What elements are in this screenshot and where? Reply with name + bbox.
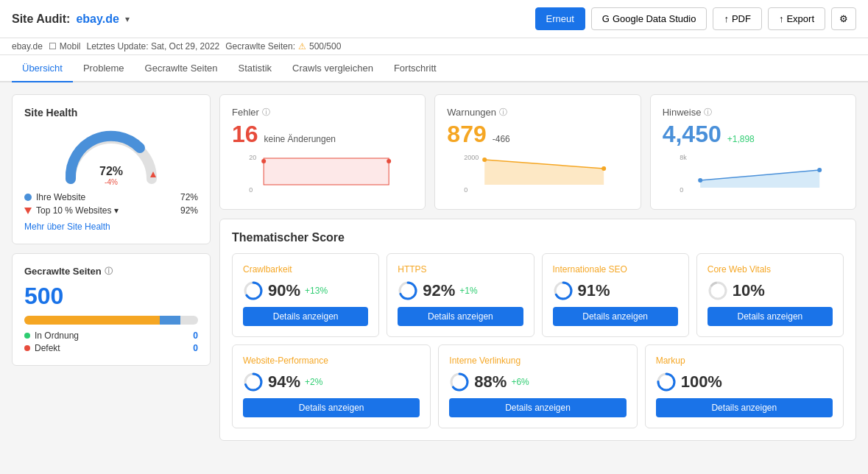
download-icon: ↑ <box>724 13 729 24</box>
svg-marker-10 <box>484 160 604 185</box>
interne-details-btn[interactable]: Details anzeigen <box>449 398 626 417</box>
crawlbarkeit-value-row: 90% +13% <box>243 280 368 301</box>
gecrawlte-card: Gecrawlte Seiten ⓘ 500 In Ordnung 0 <box>12 253 211 366</box>
crawlbarkeit-change: +13% <box>305 286 328 296</box>
update-info: Letztes Update: Sat, Oct 29, 2022 <box>87 41 220 52</box>
red-dot-icon <box>24 345 30 351</box>
tab-ubersicht[interactable]: Übersicht <box>12 55 73 82</box>
top-bar-left: Site Audit: ebay.de ▾ <box>12 13 130 26</box>
interne-value-row: 88% +6% <box>449 372 626 392</box>
https-percent: 92% <box>423 281 455 300</box>
interne-circle-icon <box>449 372 470 392</box>
info-icon: ⓘ <box>105 266 113 277</box>
right-panel: Fehler ⓘ 16 keine Änderungen 20 0 <box>219 94 856 441</box>
settings-button[interactable]: ⚙ <box>831 7 856 30</box>
warning-icon: ⚠ <box>298 41 306 52</box>
core-web-value-row: 10% <box>708 280 833 301</box>
svg-rect-5 <box>264 158 389 185</box>
gauge-legend: Ihre Website 72% Top 10 % Websites ▾ 92% <box>24 192 198 216</box>
hinweise-chart: 8k 0 <box>663 151 844 195</box>
crawlbarkeit-label: Crawlbarkeit <box>243 264 368 275</box>
https-circle-icon <box>398 280 418 301</box>
hinweise-label: Hinweise ⓘ <box>663 107 844 118</box>
legend-website-label: Ihre Website <box>36 192 85 202</box>
svg-point-16 <box>698 178 702 183</box>
https-change: +1% <box>459 286 477 296</box>
core-web-details-btn[interactable]: Details anzeigen <box>708 307 833 326</box>
tab-probleme[interactable]: Probleme <box>73 55 135 82</box>
fehler-value: 16 <box>232 121 258 148</box>
score-title: Thematischer Score <box>232 231 844 244</box>
tab-crawls-vergleichen[interactable]: Crawls vergleichen <box>282 55 384 82</box>
markup-value-row: 100% <box>656 372 833 392</box>
fehler-info-icon: ⓘ <box>262 107 270 118</box>
site-audit-label: Site Audit: <box>12 13 70 26</box>
svg-text:-4%: -4% <box>105 178 118 186</box>
export-button[interactable]: ↑ Export <box>768 7 825 30</box>
nav-tabs: Übersicht Probleme Gecrawlte Seiten Stat… <box>0 55 868 82</box>
core-web-percent: 10% <box>733 281 765 300</box>
markup-label: Markup <box>656 356 833 366</box>
markup-details-btn[interactable]: Details anzeigen <box>656 398 833 417</box>
gecrawlte-number: 500 <box>24 283 198 310</box>
domain-info: ebay.de <box>12 41 43 52</box>
score-card-crawlbarkeit: Crawlbarkeit 90% +13% Details anzeigen <box>232 253 379 337</box>
legend-in-ordnung: In Ordnung 0 <box>24 330 198 341</box>
crawl-info: Gecrawlte Seiten: ⚠ 500/500 <box>225 41 341 52</box>
markup-percent: 100% <box>681 372 722 392</box>
website-perf-details-btn[interactable]: Details anzeigen <box>243 398 420 417</box>
svg-text:0: 0 <box>680 186 683 194</box>
site-health-card: Site Health 72% -4% <box>12 94 211 244</box>
progress-blue <box>160 316 180 325</box>
website-perf-value-row: 94% +2% <box>243 372 420 392</box>
top-bar-right: Erneut G Google Data Studio ↑ PDF ↑ Expo… <box>535 7 856 30</box>
tab-statistik[interactable]: Statistik <box>228 55 283 82</box>
triangle-icon <box>24 208 32 214</box>
top-bar: Site Audit: ebay.de ▾ Erneut G Google Da… <box>0 0 868 38</box>
legend-item-website: Ihre Website 72% <box>24 192 198 202</box>
legend-defekt: Defekt 0 <box>24 343 198 353</box>
crawlbarkeit-details-btn[interactable]: Details anzeigen <box>243 307 368 326</box>
tab-gecrawlte-seiten[interactable]: Gecrawlte Seiten <box>135 55 228 82</box>
main-content: Site Health 72% -4% <box>0 82 868 453</box>
domain-dropdown-icon[interactable]: ▾ <box>125 14 130 24</box>
intl-seo-circle-icon <box>553 280 574 301</box>
fehler-chart: 20 0 <box>232 151 413 195</box>
mehr-link[interactable]: Mehr über Site Health <box>24 222 110 232</box>
score-grid-row2: Website-Performance 94% +2% Details anze… <box>232 344 844 428</box>
device-info: ☐ Mobil <box>49 41 81 52</box>
interne-label: Interne Verlinkung <box>449 356 626 366</box>
score-card-website-perf: Website-Performance 94% +2% Details anze… <box>232 344 431 428</box>
pdf-button[interactable]: ↑ PDF <box>713 7 762 30</box>
legend-website-value: 72% <box>180 192 198 202</box>
google-data-studio-button[interactable]: G Google Data Studio <box>591 7 708 30</box>
interne-percent: 88% <box>474 372 507 392</box>
core-web-circle-icon <box>708 280 728 301</box>
svg-text:2000: 2000 <box>464 154 479 161</box>
progress-orange <box>24 316 160 325</box>
svg-text:0: 0 <box>249 186 253 194</box>
progress-bar <box>24 316 198 325</box>
intl-seo-label: Internationale SEO <box>553 264 678 275</box>
blue-dot-icon <box>24 194 32 201</box>
intl-seo-details-btn[interactable]: Details anzeigen <box>553 307 678 326</box>
site-domain[interactable]: ebay.de <box>76 13 119 26</box>
mobile-icon: ☐ <box>49 41 57 52</box>
svg-point-6 <box>261 159 266 163</box>
sub-bar: ebay.de ☐ Mobil Letztes Update: Sat, Oct… <box>0 38 868 55</box>
erneut-button[interactable]: Erneut <box>535 7 585 30</box>
intl-seo-percent: 91% <box>578 281 610 300</box>
site-health-title: Site Health <box>24 107 198 118</box>
warnungen-label: Warnungen ⓘ <box>447 107 628 118</box>
website-perf-label: Website-Performance <box>243 356 420 366</box>
website-perf-circle-icon <box>243 372 264 392</box>
interne-change: +6% <box>511 377 529 387</box>
website-perf-change: +2% <box>305 377 322 387</box>
score-card-https: HTTPS 92% +1% Details anzeigen <box>387 253 534 337</box>
left-panel: Site Health 72% -4% <box>12 94 211 441</box>
https-details-btn[interactable]: Details anzeigen <box>398 307 523 326</box>
score-card-core-web: Core Web Vitals 10% Details anzeigen <box>696 253 844 337</box>
tab-fortschritt[interactable]: Fortschritt <box>384 55 447 82</box>
https-value-row: 92% +1% <box>398 280 523 301</box>
gecrawlte-title: Gecrawlte Seiten ⓘ <box>24 266 198 277</box>
